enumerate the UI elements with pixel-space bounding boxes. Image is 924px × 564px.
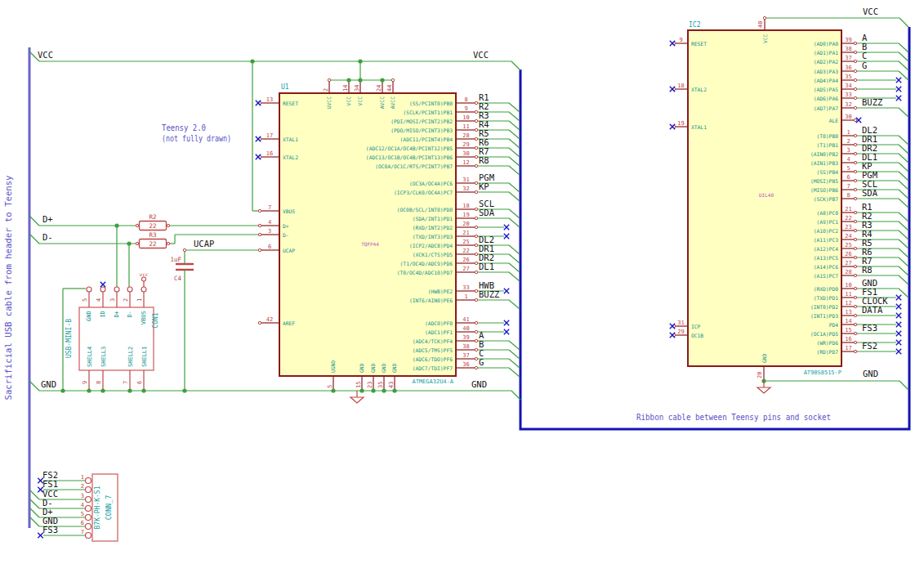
pin-end-circle [854, 42, 856, 44]
pin-number: 5 [81, 511, 84, 517]
pin-name: (TXD/INT3)PD3 [413, 234, 453, 239]
pin-end-circle [475, 357, 477, 360]
pin-name: (ADC0)PF0 [425, 320, 453, 326]
pin-name: (XCK1/CTS)PD5 [413, 252, 453, 257]
pin-number: 5 [327, 385, 333, 388]
pin-number: 40 [462, 325, 469, 332]
pin-name: (MISO)PB6 [810, 187, 838, 193]
pin-end-circle [854, 305, 856, 307]
net-label: R8 [862, 265, 873, 275]
pin-number: 7 [268, 204, 271, 211]
pin-end-circle [475, 119, 477, 122]
pin-number: 15 [845, 327, 851, 333]
pin-name: (ICP2/ADC8)PD4 [409, 243, 453, 248]
pin-number: 7 [846, 183, 850, 190]
net-label: SDA [862, 188, 878, 198]
pin-number: 15 [355, 382, 362, 388]
pin-number: 14 [342, 85, 349, 92]
net-label: SDA [479, 208, 495, 217]
net-label-dplus: D+ [42, 214, 53, 224]
pin-end-circle [475, 226, 477, 228]
pin-number: 33 [845, 92, 851, 98]
pin-end-circle [475, 128, 477, 131]
pin-name: OC1B [691, 333, 703, 338]
pin-end-circle [141, 287, 146, 292]
pin-number: 28 [462, 132, 469, 139]
pin-number: 32 [462, 186, 469, 192]
pin-number: 37 [462, 352, 469, 359]
pin-number: 42 [266, 316, 273, 323]
note-teensy-line2: (not fully drawn) [162, 134, 231, 143]
pin-name: (OC1A)PD5 [810, 331, 838, 337]
pin-number: 30 [462, 150, 469, 157]
pin-end-circle [475, 110, 477, 113]
net-label: BUZZ [862, 97, 882, 107]
pin-name: XTAL2 [283, 154, 298, 160]
capacitor-value: 1uF [170, 256, 181, 263]
pin-end-circle [854, 119, 856, 121]
pin-number: 1 [846, 129, 850, 136]
pin-number: 17 [845, 345, 851, 351]
junction-dot [331, 388, 335, 392]
pin-end-circle [475, 271, 477, 273]
pin-end-circle [475, 101, 477, 104]
pin-name: (OC0B/SCL/INT0)PD0 [397, 207, 453, 213]
pin-number: 16 [845, 336, 851, 342]
pin-number: 12 [462, 159, 469, 166]
pin-name: SHELL3 [100, 347, 107, 367]
pin-number: 4 [81, 502, 84, 508]
pin-end-circle [86, 515, 92, 521]
pin-end-circle [854, 60, 856, 62]
pin-end-circle [475, 262, 477, 264]
junction-dot [250, 59, 254, 63]
pin-number: 13 [266, 96, 273, 103]
pin-number: 19 [462, 212, 469, 218]
pin-name: (T0)PB0 [816, 133, 838, 139]
pin-end-circle [854, 87, 856, 90]
pin-number: 8 [96, 381, 102, 384]
pin-end-circle [854, 78, 856, 81]
pin-name: XTAL1 [691, 124, 707, 130]
pin-name: ID [100, 311, 107, 317]
pin-end-circle [86, 487, 92, 493]
pin-number: 32 [845, 101, 851, 108]
pin-name: (TXD)PD1 [814, 295, 839, 301]
pin-end-circle [258, 224, 261, 226]
pin-name: (WR)PD6 [816, 340, 838, 346]
pin-end-circle [854, 220, 856, 222]
pin-number: 38 [845, 46, 851, 52]
pin-end-circle [854, 229, 856, 231]
pin-end-circle [854, 211, 856, 213]
pin-name: (PDO/MISO/PCINT3)PB3 [391, 128, 453, 133]
power-label-vcc: VCC [863, 7, 878, 16]
net-label-dminus: D- [42, 232, 53, 242]
net-label: FS1 [42, 479, 58, 489]
pin-name: VCC [346, 96, 351, 106]
pin-name: (HWB)PE2 [428, 289, 453, 294]
junction-dot [141, 388, 145, 392]
pin-end-circle [86, 506, 92, 512]
footprint-u1: TQFP44 [361, 241, 379, 247]
pin-end-circle [475, 208, 477, 210]
pin-name: (INT1)PD3 [810, 313, 838, 319]
pin-name: (T1/OC4D/ADC9)PD6 [400, 261, 453, 266]
pin-end-circle [854, 332, 856, 334]
net-label: G [862, 60, 867, 70]
pin-end-circle [258, 209, 261, 212]
pin-name: (A14)PC6 [814, 264, 839, 270]
pin-number: 8 [846, 192, 850, 199]
pin-end-circle [475, 217, 477, 219]
pin-name: (RD)PD7 [816, 349, 838, 355]
junction-dot [114, 223, 118, 227]
pin-number: 36 [462, 361, 469, 368]
pin-end-circle [475, 164, 477, 167]
pin-name: GND [359, 363, 364, 373]
pin-name: (PDI/MOSI/PCINT2)PB2 [391, 119, 453, 124]
value-u1: ATMEGA32U4-A [412, 378, 453, 385]
junction-dot [358, 59, 362, 63]
pin-name: VCC [357, 96, 363, 106]
pin-number: 2 [123, 298, 129, 302]
pin-end-circle [854, 152, 856, 154]
pin-end-circle [854, 170, 856, 172]
pin-name: VCC [762, 34, 768, 43]
